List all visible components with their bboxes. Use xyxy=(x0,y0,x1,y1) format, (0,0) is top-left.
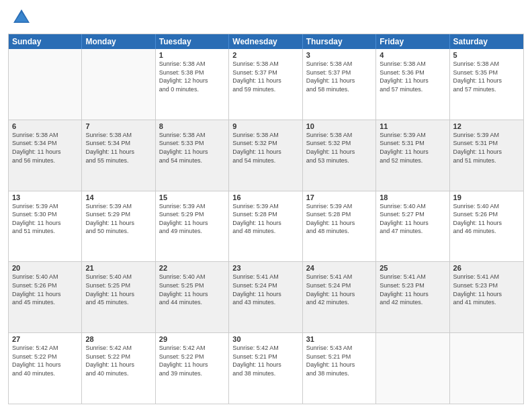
day-info: Sunrise: 5:38 AM Sunset: 5:38 PM Dayligh… xyxy=(159,60,225,93)
calendar-cell: 29Sunrise: 5:42 AM Sunset: 5:22 PM Dayli… xyxy=(156,333,229,404)
calendar-cell: 5Sunrise: 5:38 AM Sunset: 5:35 PM Daylig… xyxy=(450,49,523,120)
day-number: 12 xyxy=(453,122,520,130)
day-info: Sunrise: 5:40 AM Sunset: 5:26 PM Dayligh… xyxy=(12,273,78,306)
day-info: Sunrise: 5:39 AM Sunset: 5:31 PM Dayligh… xyxy=(453,131,520,165)
day-info: Sunrise: 5:40 AM Sunset: 5:25 PM Dayligh… xyxy=(85,273,151,306)
day-info: Sunrise: 5:39 AM Sunset: 5:29 PM Dayligh… xyxy=(159,202,225,236)
calendar-cell: 22Sunrise: 5:40 AM Sunset: 5:25 PM Dayli… xyxy=(156,262,229,332)
day-number: 25 xyxy=(380,264,445,272)
day-number: 27 xyxy=(12,335,78,343)
calendar-cell: 3Sunrise: 5:38 AM Sunset: 5:37 PM Daylig… xyxy=(303,49,376,120)
calendar-cell: 1Sunrise: 5:38 AM Sunset: 5:38 PM Daylig… xyxy=(156,49,229,120)
calendar-cell: 6Sunrise: 5:38 AM Sunset: 5:34 PM Daylig… xyxy=(9,120,82,191)
day-number: 20 xyxy=(12,264,78,272)
day-number: 14 xyxy=(85,193,151,201)
day-info: Sunrise: 5:42 AM Sunset: 5:22 PM Dayligh… xyxy=(159,344,225,377)
calendar-cell: 4Sunrise: 5:38 AM Sunset: 5:36 PM Daylig… xyxy=(376,49,449,120)
header-cell-sunday: Sunday xyxy=(9,34,82,49)
calendar-cell: 7Sunrise: 5:38 AM Sunset: 5:34 PM Daylig… xyxy=(82,120,155,191)
calendar-cell xyxy=(9,49,82,120)
calendar-cell: 10Sunrise: 5:38 AM Sunset: 5:32 PM Dayli… xyxy=(303,120,376,191)
day-info: Sunrise: 5:41 AM Sunset: 5:24 PM Dayligh… xyxy=(306,273,372,306)
calendar-row-3: 20Sunrise: 5:40 AM Sunset: 5:26 PM Dayli… xyxy=(9,261,523,332)
calendar-row-0: 1Sunrise: 5:38 AM Sunset: 5:38 PM Daylig… xyxy=(9,49,523,120)
calendar-cell: 26Sunrise: 5:41 AM Sunset: 5:23 PM Dayli… xyxy=(450,262,523,332)
calendar-cell: 30Sunrise: 5:42 AM Sunset: 5:21 PM Dayli… xyxy=(229,333,302,404)
day-info: Sunrise: 5:38 AM Sunset: 5:32 PM Dayligh… xyxy=(232,131,298,165)
day-number: 10 xyxy=(306,122,372,130)
day-number: 11 xyxy=(380,122,445,130)
day-number: 15 xyxy=(159,193,225,201)
day-info: Sunrise: 5:38 AM Sunset: 5:33 PM Dayligh… xyxy=(159,131,225,165)
header-cell-wednesday: Wednesday xyxy=(229,34,302,49)
day-info: Sunrise: 5:38 AM Sunset: 5:35 PM Dayligh… xyxy=(453,60,520,93)
page-header xyxy=(8,7,524,28)
day-number: 1 xyxy=(159,51,225,59)
day-number: 17 xyxy=(306,193,372,201)
day-number: 6 xyxy=(12,122,78,130)
calendar-cell: 20Sunrise: 5:40 AM Sunset: 5:26 PM Dayli… xyxy=(9,262,82,332)
day-number: 23 xyxy=(232,264,298,272)
day-info: Sunrise: 5:38 AM Sunset: 5:34 PM Dayligh… xyxy=(12,131,78,165)
calendar-cell: 12Sunrise: 5:39 AM Sunset: 5:31 PM Dayli… xyxy=(450,120,523,191)
calendar-cell xyxy=(82,49,155,120)
day-number: 2 xyxy=(232,51,298,59)
calendar-cell: 31Sunrise: 5:43 AM Sunset: 5:21 PM Dayli… xyxy=(303,333,376,404)
calendar-cell: 25Sunrise: 5:41 AM Sunset: 5:23 PM Dayli… xyxy=(376,262,449,332)
day-number: 4 xyxy=(380,51,445,59)
day-info: Sunrise: 5:38 AM Sunset: 5:32 PM Dayligh… xyxy=(306,131,372,165)
header-cell-thursday: Thursday xyxy=(303,34,376,49)
calendar-cell: 24Sunrise: 5:41 AM Sunset: 5:24 PM Dayli… xyxy=(303,262,376,332)
calendar-cell: 15Sunrise: 5:39 AM Sunset: 5:29 PM Dayli… xyxy=(156,191,229,262)
day-info: Sunrise: 5:39 AM Sunset: 5:28 PM Dayligh… xyxy=(306,202,372,236)
calendar-cell: 14Sunrise: 5:39 AM Sunset: 5:29 PM Dayli… xyxy=(82,191,155,262)
day-number: 7 xyxy=(85,122,151,130)
header-cell-friday: Friday xyxy=(376,34,449,49)
day-info: Sunrise: 5:43 AM Sunset: 5:21 PM Dayligh… xyxy=(306,344,372,377)
day-info: Sunrise: 5:41 AM Sunset: 5:23 PM Dayligh… xyxy=(380,273,445,306)
day-number: 21 xyxy=(85,264,151,272)
day-number: 30 xyxy=(232,335,298,343)
day-info: Sunrise: 5:38 AM Sunset: 5:37 PM Dayligh… xyxy=(232,60,298,93)
day-info: Sunrise: 5:41 AM Sunset: 5:23 PM Dayligh… xyxy=(453,273,520,306)
day-number: 5 xyxy=(453,51,520,59)
header-cell-monday: Monday xyxy=(82,34,155,49)
day-info: Sunrise: 5:42 AM Sunset: 5:22 PM Dayligh… xyxy=(12,344,78,377)
calendar-row-2: 13Sunrise: 5:39 AM Sunset: 5:30 PM Dayli… xyxy=(9,191,523,262)
day-number: 13 xyxy=(12,193,78,201)
day-number: 19 xyxy=(453,193,520,201)
day-number: 3 xyxy=(306,51,372,59)
calendar-cell: 27Sunrise: 5:42 AM Sunset: 5:22 PM Dayli… xyxy=(9,333,82,404)
day-info: Sunrise: 5:38 AM Sunset: 5:34 PM Dayligh… xyxy=(85,131,151,165)
day-info: Sunrise: 5:40 AM Sunset: 5:26 PM Dayligh… xyxy=(453,202,520,236)
calendar-cell: 18Sunrise: 5:40 AM Sunset: 5:27 PM Dayli… xyxy=(376,191,449,262)
calendar-cell: 8Sunrise: 5:38 AM Sunset: 5:33 PM Daylig… xyxy=(156,120,229,191)
calendar-row-4: 27Sunrise: 5:42 AM Sunset: 5:22 PM Dayli… xyxy=(9,332,523,404)
day-info: Sunrise: 5:40 AM Sunset: 5:27 PM Dayligh… xyxy=(380,202,445,236)
calendar-cell: 16Sunrise: 5:39 AM Sunset: 5:28 PM Dayli… xyxy=(229,191,302,262)
calendar-cell: 11Sunrise: 5:39 AM Sunset: 5:31 PM Dayli… xyxy=(376,120,449,191)
calendar-cell: 21Sunrise: 5:40 AM Sunset: 5:25 PM Dayli… xyxy=(82,262,155,332)
day-number: 24 xyxy=(306,264,372,272)
day-number: 31 xyxy=(306,335,372,343)
calendar-header: SundayMondayTuesdayWednesdayThursdayFrid… xyxy=(9,34,523,49)
day-info: Sunrise: 5:40 AM Sunset: 5:25 PM Dayligh… xyxy=(159,273,225,306)
day-info: Sunrise: 5:39 AM Sunset: 5:28 PM Dayligh… xyxy=(232,202,298,236)
day-info: Sunrise: 5:42 AM Sunset: 5:22 PM Dayligh… xyxy=(85,344,151,377)
calendar-cell: 13Sunrise: 5:39 AM Sunset: 5:30 PM Dayli… xyxy=(9,191,82,262)
calendar-cell: 17Sunrise: 5:39 AM Sunset: 5:28 PM Dayli… xyxy=(303,191,376,262)
day-info: Sunrise: 5:38 AM Sunset: 5:36 PM Dayligh… xyxy=(380,60,445,93)
day-number: 22 xyxy=(159,264,225,272)
calendar-body: 1Sunrise: 5:38 AM Sunset: 5:38 PM Daylig… xyxy=(9,49,523,404)
calendar-cell xyxy=(376,333,449,404)
calendar-cell: 28Sunrise: 5:42 AM Sunset: 5:22 PM Dayli… xyxy=(82,333,155,404)
calendar-cell: 23Sunrise: 5:41 AM Sunset: 5:24 PM Dayli… xyxy=(229,262,302,332)
day-info: Sunrise: 5:39 AM Sunset: 5:30 PM Dayligh… xyxy=(12,202,78,236)
day-number: 29 xyxy=(159,335,225,343)
logo xyxy=(8,7,32,28)
header-cell-tuesday: Tuesday xyxy=(156,34,229,49)
day-number: 16 xyxy=(232,193,298,201)
day-info: Sunrise: 5:39 AM Sunset: 5:31 PM Dayligh… xyxy=(380,131,445,165)
calendar-cell xyxy=(450,333,523,404)
calendar-cell: 2Sunrise: 5:38 AM Sunset: 5:37 PM Daylig… xyxy=(229,49,302,120)
